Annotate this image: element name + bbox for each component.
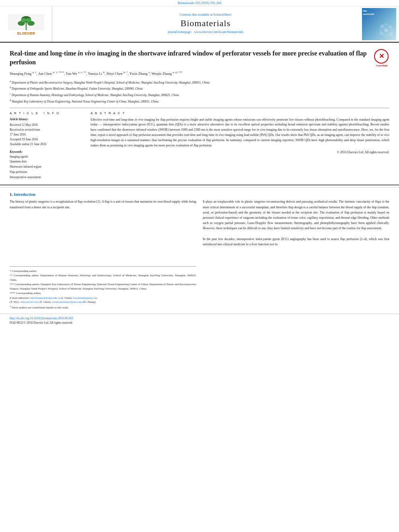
svg-point-6	[26, 18, 31, 22]
introduction-section: 1. Introduction The history of plastic s…	[0, 187, 399, 313]
journal-header: ELSEVIER Contents lists available at Sci…	[0, 6, 399, 43]
main-divider	[0, 185, 399, 185]
crossmark-circle: ✕	[374, 49, 389, 64]
affil-a: a Department of Plastic and Reconstructi…	[10, 79, 389, 85]
journal-title: Biomaterials	[181, 18, 230, 29]
cover-decoration	[378, 22, 394, 38]
journal-citation: Biomaterials 103 (2016) 256–264	[178, 1, 221, 5]
svg-point-11	[380, 25, 384, 28]
footnotes-section: * Corresponding author. ** Corresponding…	[10, 266, 196, 310]
svg-point-5	[21, 18, 27, 22]
journal-citation-bar: Biomaterials 103 (2016) 256–264	[0, 0, 399, 6]
sciencedirect-link[interactable]: Contents lists available at ScienceDirec…	[180, 13, 232, 16]
lab-word: Laboratory	[29, 99, 43, 103]
received-date: Received 12 May 2016	[10, 123, 84, 127]
crossmark-label: CrossMark	[374, 64, 389, 67]
footnote-emails: E-mail addresses: biochenjun@fudan.edu.c…	[10, 296, 196, 304]
svg-point-13	[379, 31, 383, 35]
article-title: Real-time and long-time in vivo imaging …	[10, 49, 389, 66]
affil-b: b Department of Orthopedic Sports Medici…	[10, 85, 389, 91]
journal-name-section: Contents lists available at ScienceDirec…	[52, 6, 359, 42]
intro-para-right-2: In the past few decades, intraoperative …	[203, 236, 389, 247]
article-history-label: Article history:	[10, 117, 84, 121]
received-revised-label: Received in revised form	[10, 127, 84, 132]
divider-1	[10, 108, 389, 108]
available-date: Available online 21 June 2016	[10, 142, 84, 147]
footnote-2: ** Corresponding author. Department of H…	[10, 273, 196, 282]
bottom-bar: http://dx.doi.org/10.1016/j.biomaterials…	[0, 314, 399, 327]
copyright-line: © 2016 Elsevier Ltd. All rights reserved…	[90, 150, 389, 154]
page-wrapper: Biomaterials 103 (2016) 256–264 ELSEVIER	[0, 0, 399, 532]
intro-para-right-1: It plays an irreplaceable role in plasti…	[203, 199, 389, 231]
keywords-label: Keywords:	[10, 150, 84, 154]
journal-cover-section: Biomaterials	[359, 6, 399, 42]
intro-col-right: It plays an irreplaceable role in plasti…	[203, 199, 389, 310]
authors-line: Shaoqing Feng a, 1, Jun Chen b, 1, ****,…	[10, 70, 389, 77]
homepage-url[interactable]: www.elsevier.com/locate/biomaterials	[194, 30, 243, 34]
article-info-col: A R T I C L E I N F O Article history: R…	[10, 111, 84, 180]
affil-d: d Shanghai Key Laboratory of Tissue Engi…	[10, 98, 389, 104]
elsevier-logo-svg: ELSEVIER	[6, 12, 46, 36]
cover-title: Biomaterials	[363, 9, 374, 16]
email-4[interactable]: wenjiezhoshi@aliyun.com	[52, 300, 82, 304]
crossmark-badge[interactable]: ✕ CrossMark	[374, 49, 389, 64]
doi-line[interactable]: http://dx.doi.org/10.1016/j.biomaterials…	[10, 316, 389, 320]
keyword-2: Quantum dots	[10, 159, 84, 164]
intro-para-left: The history of plastic surgeries is a re…	[10, 199, 196, 210]
keyword-4: Flap perfusion	[10, 170, 84, 175]
footnote-equal: 1 These authors are contributed equally …	[10, 305, 196, 310]
keyword-1: Imaging agents	[10, 154, 84, 160]
biomaterials-cover: Biomaterials	[362, 8, 396, 40]
keywords-list: Imaging agents Quantum dots Shortwave in…	[10, 154, 84, 180]
abstract-text: Effective real-time and long-time in viv…	[90, 117, 389, 148]
crossmark-symbol: ✕	[379, 52, 384, 61]
abstract-section-label: A B S T R A C T	[90, 111, 389, 115]
footnote-3: *** Corresponding author. Shanghai Key L…	[10, 282, 196, 291]
homepage-label: journal homepage:	[168, 30, 192, 34]
intro-col-left: The history of plastic surgeries is a re…	[10, 199, 196, 310]
intro-number: 1.	[10, 192, 13, 197]
intro-title: Introduction	[14, 192, 35, 197]
email-1[interactable]: biochenjun@fudan.edu.cn	[31, 296, 60, 300]
issn-line: 0142-9612/© 2016 Elsevier Ltd. All right…	[10, 321, 389, 325]
keyword-3: Shortwave infrared region	[10, 164, 84, 170]
affiliations-section: a Department of Plastic and Reconstructi…	[10, 79, 389, 104]
sciencedirect-text[interactable]: ScienceDirect	[214, 13, 232, 16]
svg-point-10	[384, 28, 388, 32]
footnote-1: * Corresponding author.	[10, 269, 196, 273]
article-dates: Received 12 May 2016 Received in revised…	[10, 123, 84, 147]
article-info-section-label: A R T I C L E I N F O	[10, 111, 84, 115]
sciencedirect-prefix: Contents lists available at	[180, 13, 214, 16]
intro-two-col: The history of plastic surgeries is a re…	[10, 199, 389, 310]
journal-homepage: journal homepage: www.elsevier.com/locat…	[168, 30, 243, 34]
article-title-text: Real-time and long-time in vivo imaging …	[10, 50, 367, 66]
affil-c: c Department of Human Anatomy, Histology…	[10, 92, 389, 97]
svg-text:ELSEVIER: ELSEVIER	[17, 31, 35, 35]
footnote-4: **** Corresponding author.	[10, 291, 196, 296]
doi-url[interactable]: http://dx.doi.org/10.1016/j.biomaterials…	[10, 316, 73, 320]
revised-date-val: 17 June 2016	[10, 132, 84, 137]
email-2[interactable]: woyansh@gmail.com	[73, 296, 97, 300]
elsevier-logo-section: ELSEVIER	[0, 6, 52, 42]
svg-point-14	[389, 33, 393, 36]
svg-point-12	[389, 26, 391, 28]
article-content: Real-time and long-time in vivo imaging …	[0, 43, 399, 183]
intro-heading: 1. Introduction	[10, 192, 389, 197]
keyword-5: Intraoperative assessment	[10, 175, 84, 180]
accepted-date: Accepted 19 June 2016	[10, 137, 84, 142]
abstract-col: A B S T R A C T Effective real-time and …	[90, 111, 389, 180]
article-info-abstract: A R T I C L E I N F O Article history: R…	[10, 111, 389, 180]
email-3[interactable]: cshiyi@163.com	[20, 300, 39, 304]
